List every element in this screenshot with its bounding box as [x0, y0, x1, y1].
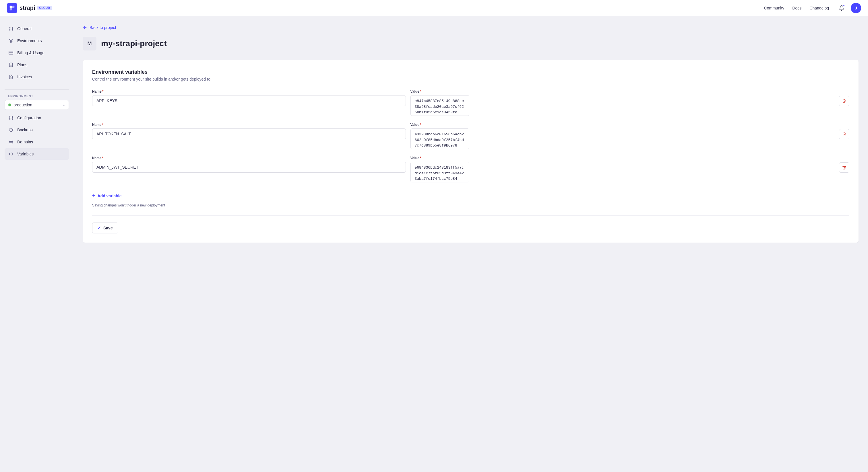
var-name-group-3: Name*	[92, 156, 406, 173]
var-name-group-1: Name*	[92, 90, 406, 106]
svg-rect-2	[10, 8, 12, 10]
card-divider	[92, 215, 849, 216]
main-content: Back to project M my-strapi-project Envi…	[73, 16, 868, 472]
save-button[interactable]: ✓ Save	[92, 223, 118, 233]
var-name-input-1[interactable]	[92, 95, 406, 106]
name-label-2: Name*	[92, 123, 406, 127]
header-actions: J	[837, 3, 861, 13]
nav-docs[interactable]: Docs	[792, 6, 801, 10]
svg-rect-0	[10, 5, 12, 8]
var-name-input-2[interactable]	[92, 129, 406, 139]
var-value-input-1[interactable]: c847b45887e85149d888ec38a58feade20ae3a97…	[410, 95, 469, 116]
save-label: Save	[103, 226, 113, 230]
env-vars-subtitle: Control the environment your site builds…	[92, 77, 849, 81]
sidebar-main-nav: General Environments Billing & Usage	[5, 23, 69, 82]
add-variable-button[interactable]: + Add variable	[92, 192, 122, 200]
env-vars-card: Environment variables Control the enviro…	[83, 60, 859, 243]
logo-text: strapi	[20, 5, 35, 11]
header-right: Community Docs Changelog J	[764, 3, 861, 13]
sidebar-item-domains[interactable]: Domains	[5, 136, 69, 148]
sidebar-item-plans[interactable]: Plans	[5, 59, 69, 71]
sidebar-divider	[5, 90, 69, 90]
var-row-1: Name* Value* c847b45887e85149d888ec38a58…	[92, 90, 849, 117]
trash-icon	[842, 99, 846, 103]
env-status-dot	[8, 103, 11, 106]
delete-var-2-button[interactable]	[839, 129, 849, 139]
sidebar-item-variables[interactable]: Variables	[5, 148, 69, 160]
var-value-input-3[interactable]: e684836bdc248183ff5a7cd1ce1c7fbf05d3ff04…	[410, 162, 469, 182]
var-value-field-1: Value* c847b45887e85149d888ec38a58feade2…	[410, 90, 837, 117]
header: strapi CLOUD Community Docs Changelog J	[0, 0, 868, 16]
strapi-logo[interactable]: strapi CLOUD	[7, 3, 52, 13]
logo-icon	[7, 3, 17, 13]
delete-var-1-button[interactable]	[839, 96, 849, 106]
page-title: my-strapi-project	[101, 39, 167, 48]
var-value-group-2: Value* 433938bdb6c01656b6acb2662b0f85dbd…	[410, 123, 849, 150]
nav-changelog[interactable]: Changelog	[809, 6, 829, 10]
var-value-group-3: Value* e684836bdc248183ff5a7cd1ce1c7fbf0…	[410, 156, 849, 183]
var-value-input-2[interactable]: 433938bdb6c01656b6acb2662b0f85dbda9f257b…	[410, 129, 469, 149]
sidebar: General Environments Billing & Usage	[0, 16, 73, 472]
sidebar-label-domains: Domains	[17, 140, 33, 144]
domains-icon	[8, 139, 14, 145]
var-value-group-1: Value* c847b45887e85149d888ec38a58feade2…	[410, 90, 849, 117]
var-row-3: Name* Value* e684836bdc248183ff5a7cd1ce1…	[92, 156, 849, 183]
variables-icon	[8, 151, 14, 157]
required-marker-3: *	[102, 156, 104, 160]
cloud-badge: CLOUD	[37, 6, 52, 10]
file-text-icon	[8, 74, 14, 80]
check-icon: ✓	[98, 226, 101, 230]
value-label-2: Value*	[410, 123, 837, 127]
value-label-1: Value*	[410, 90, 837, 94]
name-label-3: Name*	[92, 156, 406, 160]
sliders-icon	[8, 26, 14, 32]
sidebar-label-environments: Environments	[17, 38, 42, 43]
layers-icon	[8, 38, 14, 43]
delete-var-3-button[interactable]	[839, 162, 849, 173]
sidebar-item-invoices[interactable]: Invoices	[5, 71, 69, 82]
trash-icon-2	[842, 132, 846, 136]
nav-community[interactable]: Community	[764, 6, 784, 10]
header-left: strapi CLOUD	[7, 3, 52, 13]
environment-section-label: Environment	[5, 94, 69, 98]
env-vars-title: Environment variables	[92, 69, 849, 75]
svg-rect-1	[12, 5, 14, 8]
required-marker: *	[102, 90, 104, 94]
header-nav: Community Docs Changelog	[764, 6, 829, 10]
plus-icon: +	[92, 193, 95, 199]
required-marker-v3: *	[420, 156, 422, 160]
required-marker-v1: *	[420, 90, 422, 94]
var-name-input-3[interactable]	[92, 162, 406, 173]
configuration-icon	[8, 115, 14, 121]
sidebar-label-plans: Plans	[17, 63, 27, 67]
sidebar-label-backups: Backups	[17, 128, 33, 132]
project-avatar: M	[83, 37, 96, 50]
sidebar-item-general[interactable]: General	[5, 23, 69, 34]
back-link-label: Back to project	[90, 25, 116, 30]
environment-selector[interactable]: production ⌄	[5, 100, 69, 110]
credit-card-icon	[8, 50, 14, 56]
notification-button[interactable]	[837, 3, 846, 12]
sidebar-env-nav: Configuration Backups Domains	[5, 112, 69, 160]
notification-dot	[843, 5, 845, 7]
add-variable-label: Add variable	[98, 194, 122, 198]
sidebar-label-billing: Billing & Usage	[17, 50, 44, 55]
user-avatar[interactable]: J	[851, 3, 861, 13]
value-label-3: Value*	[410, 156, 837, 160]
env-selector-left: production	[8, 103, 32, 107]
required-marker-2: *	[102, 123, 104, 127]
sidebar-item-billing[interactable]: Billing & Usage	[5, 47, 69, 59]
arrow-left-icon	[83, 25, 87, 30]
svg-rect-13	[9, 51, 13, 55]
var-name-group-2: Name*	[92, 123, 406, 139]
env-selector-value: production	[13, 103, 32, 107]
sidebar-label-general: General	[17, 26, 32, 31]
sidebar-item-backups[interactable]: Backups	[5, 124, 69, 136]
sidebar-label-configuration: Configuration	[17, 115, 41, 120]
back-link[interactable]: Back to project	[83, 25, 116, 30]
sidebar-item-configuration[interactable]: Configuration	[5, 112, 69, 124]
name-label-1: Name*	[92, 90, 406, 94]
sidebar-item-environments[interactable]: Environments	[5, 35, 69, 46]
book-icon	[8, 62, 14, 68]
svg-marker-12	[9, 39, 12, 41]
